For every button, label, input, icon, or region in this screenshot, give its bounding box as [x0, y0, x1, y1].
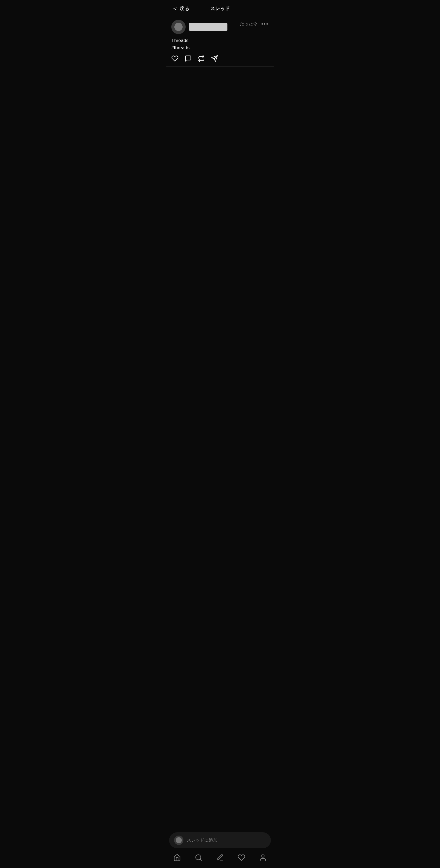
post-header-right: たった今 ••• [240, 20, 269, 27]
header: ＜ 戻る スレッド [166, 0, 274, 16]
post-header: たった今 ••• [171, 20, 269, 34]
comment-button[interactable] [184, 55, 192, 62]
action-bar [171, 51, 269, 66]
like-button[interactable] [171, 55, 178, 62]
post-content: Threads #threads [171, 37, 269, 51]
back-label: 戻る [180, 5, 189, 12]
post-header-left [171, 20, 228, 34]
avatar[interactable] [171, 20, 186, 34]
main-content [166, 67, 274, 204]
post-container: たった今 ••• Threads #threads [166, 16, 274, 66]
page-title: スレッド [210, 5, 230, 12]
post-text-tag: #threads [171, 44, 269, 51]
back-chevron-icon: ＜ [172, 4, 178, 13]
more-options-button[interactable]: ••• [261, 21, 269, 27]
timestamp: たった今 [240, 21, 257, 27]
repost-button[interactable] [198, 55, 205, 62]
username-placeholder [189, 23, 228, 31]
post-text-main: Threads [171, 37, 269, 44]
share-button[interactable] [211, 55, 218, 62]
avatar-image [174, 23, 183, 31]
back-button[interactable]: ＜ 戻る [172, 4, 189, 13]
